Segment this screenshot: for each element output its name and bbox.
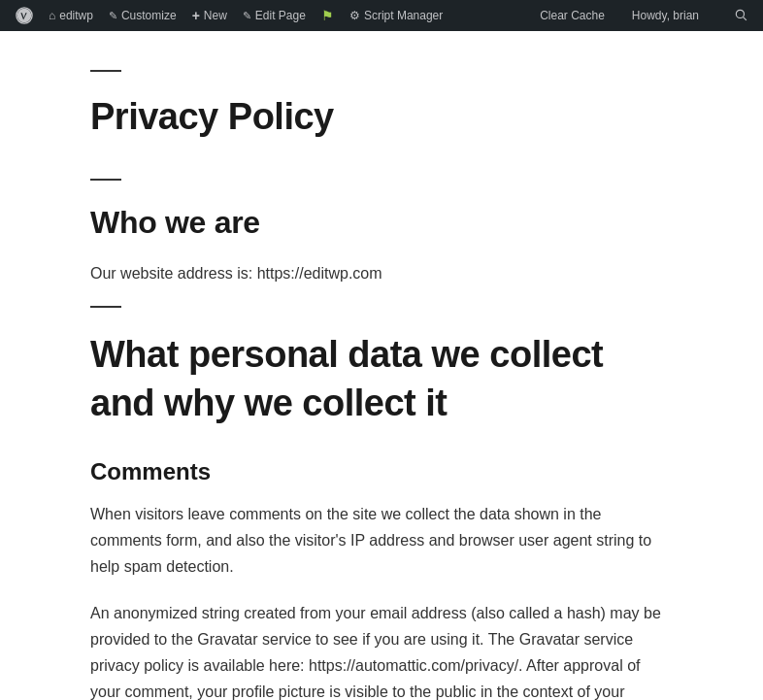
howdy-menu[interactable]: Howdy, brian bbox=[624, 0, 707, 31]
admin-bar-new[interactable]: + New bbox=[184, 0, 235, 31]
admin-bar-right: Clear Cache Howdy, brian bbox=[532, 0, 755, 31]
section-1-divider bbox=[90, 179, 121, 181]
page-title: Privacy Policy bbox=[90, 95, 673, 140]
comments-paragraph-2: An anonymized string created from your e… bbox=[90, 600, 673, 700]
admin-bar-site-name[interactable]: ⌂ editwp bbox=[41, 0, 101, 31]
admin-bar-left: ⌂ editwp ✎ Customize + New ✎ Edit Page ⚑… bbox=[8, 0, 532, 31]
howdy-label: Howdy, brian bbox=[632, 9, 699, 22]
site-name-icon: ⌂ bbox=[49, 9, 55, 22]
comments-heading: Comments bbox=[90, 458, 673, 485]
edit-page-label: Edit Page bbox=[255, 9, 306, 22]
new-label: New bbox=[204, 9, 227, 22]
seo-icon: ⚑ bbox=[321, 8, 334, 23]
customize-label: Customize bbox=[121, 9, 177, 22]
site-name-label: editwp bbox=[59, 9, 93, 22]
clear-cache-label: Clear Cache bbox=[540, 9, 605, 22]
admin-bar: ⌂ editwp ✎ Customize + New ✎ Edit Page ⚑… bbox=[0, 0, 763, 31]
comments-paragraph-1: When visitors leave comments on the site… bbox=[90, 501, 673, 581]
script-manager-icon: ⚙ bbox=[349, 9, 360, 22]
edit-page-icon: ✎ bbox=[243, 10, 251, 22]
clear-cache-button[interactable]: Clear Cache bbox=[532, 0, 613, 31]
admin-bar-customize[interactable]: ✎ Customize bbox=[101, 0, 184, 31]
new-icon: + bbox=[192, 8, 200, 23]
personal-data-heading: What personal data we collect and why we… bbox=[90, 331, 673, 427]
script-manager-label: Script Manager bbox=[364, 9, 443, 22]
section-2-divider bbox=[90, 306, 121, 308]
who-we-are-heading: Who we are bbox=[90, 204, 673, 241]
admin-bar-edit-page[interactable]: ✎ Edit Page bbox=[235, 0, 314, 31]
customize-icon: ✎ bbox=[109, 10, 117, 22]
admin-bar-script-manager[interactable]: ⚙ Script Manager bbox=[342, 0, 450, 31]
search-icon[interactable] bbox=[726, 8, 755, 24]
svg-line-2 bbox=[744, 17, 746, 19]
admin-bar-seo[interactable]: ⚑ bbox=[314, 0, 342, 31]
wp-logo[interactable] bbox=[8, 0, 41, 31]
who-we-are-body: Our website address is: https://editwp.c… bbox=[90, 260, 673, 286]
page-content: Privacy Policy Who we are Our website ad… bbox=[71, 31, 692, 700]
top-divider bbox=[90, 70, 121, 72]
svg-point-1 bbox=[736, 10, 744, 17]
